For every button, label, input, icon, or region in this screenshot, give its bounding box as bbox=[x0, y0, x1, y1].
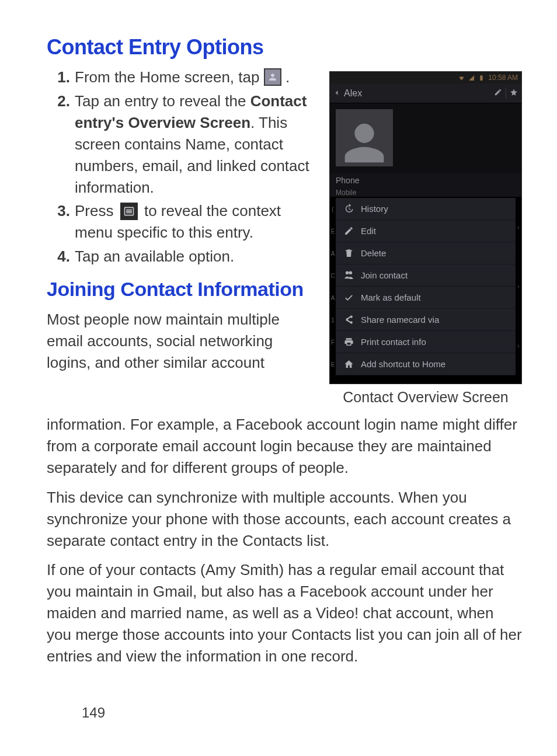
svg-rect-1 bbox=[126, 209, 132, 210]
history-icon bbox=[344, 204, 354, 214]
section-mobile-label: Mobile bbox=[330, 187, 521, 197]
svg-rect-2 bbox=[126, 211, 132, 212]
menu-item-share[interactable]: Share namecard via bbox=[336, 309, 516, 331]
step-2: 2. Tap an entry to reveal the Contact en… bbox=[75, 90, 312, 198]
step-3-text-pre: Press bbox=[75, 202, 118, 220]
step-1-number: 1. bbox=[47, 67, 70, 88]
delete-icon bbox=[344, 248, 354, 258]
menu-item-share-label: Share namecard via bbox=[361, 315, 439, 325]
wifi-icon bbox=[458, 75, 465, 81]
joining-paragraph-2: This device can synchronize with multipl… bbox=[47, 487, 522, 552]
avatar-area bbox=[330, 103, 521, 173]
joining-paragraph-left: Most people now maintain multiple email … bbox=[47, 309, 312, 374]
favorite-star-icon[interactable] bbox=[510, 88, 518, 99]
heading-joining-contact-information: Joining Contact Information bbox=[47, 278, 312, 301]
index-letters-right: ››› bbox=[516, 198, 521, 375]
share-icon bbox=[344, 315, 354, 325]
menu-item-print-label: Print contact info bbox=[361, 337, 426, 347]
screenshot-caption: Contact Overview Screen bbox=[329, 389, 522, 406]
status-time: 10:58 AM bbox=[488, 74, 518, 82]
step-4: 4. Tap an available option. bbox=[75, 246, 312, 267]
menu-item-join-label: Join contact bbox=[361, 270, 408, 280]
index-letters-left: (EACA1FE bbox=[330, 198, 336, 375]
step-1-text-post: . bbox=[286, 68, 290, 86]
menu-item-print[interactable]: Print contact info bbox=[336, 331, 516, 353]
menu-item-join[interactable]: Join contact bbox=[336, 264, 516, 287]
contact-name-title: Alex bbox=[344, 88, 490, 99]
heading-contact-entry-options: Contact Entry Options bbox=[47, 35, 522, 60]
joining-paragraph-1: information. For example, a Facebook acc… bbox=[47, 414, 522, 479]
signal-icon bbox=[468, 75, 475, 81]
home-icon bbox=[344, 359, 354, 369]
title-bar: Alex bbox=[330, 83, 521, 103]
menu-button-icon bbox=[120, 203, 138, 220]
phone-screenshot: 10:58 AM Alex Phone Mobile (EACA1FE ››› bbox=[329, 71, 522, 384]
menu-item-edit-label: Edit bbox=[361, 226, 376, 236]
edit-icon bbox=[344, 226, 354, 236]
step-2-number: 2. bbox=[47, 90, 70, 112]
print-icon bbox=[344, 337, 354, 347]
step-4-text: Tap an available option. bbox=[75, 248, 234, 265]
menu-item-shortcut[interactable]: Add shortcut to Home bbox=[336, 353, 516, 375]
menu-item-delete[interactable]: Delete bbox=[336, 242, 516, 264]
edit-title-icon[interactable] bbox=[494, 88, 502, 99]
menu-item-shortcut-label: Add shortcut to Home bbox=[361, 359, 445, 369]
menu-item-delete-label: Delete bbox=[361, 248, 386, 258]
contacts-app-icon bbox=[264, 68, 281, 86]
battery-icon bbox=[478, 75, 485, 81]
avatar-placeholder bbox=[336, 109, 393, 166]
status-bar: 10:58 AM bbox=[330, 72, 521, 83]
menu-item-mark-default[interactable]: Mark as default bbox=[336, 287, 516, 309]
svg-rect-3 bbox=[126, 212, 132, 213]
context-menu: (EACA1FE ››› History Edit Delete Join co… bbox=[336, 198, 516, 375]
join-icon bbox=[344, 270, 354, 280]
menu-item-edit[interactable]: Edit bbox=[336, 220, 516, 242]
step-4-number: 4. bbox=[47, 246, 70, 267]
page-number: 149 bbox=[82, 705, 105, 721]
step-3: 3. Press to reveal the context menu spec… bbox=[75, 200, 312, 243]
back-button[interactable] bbox=[333, 88, 340, 99]
title-divider bbox=[506, 88, 506, 99]
joining-paragraph-3: If one of your contacts (Amy Smith) has … bbox=[47, 559, 522, 667]
menu-item-mark-label: Mark as default bbox=[361, 292, 421, 302]
step-2-text-pre: Tap an entry to reveal the bbox=[75, 92, 250, 110]
menu-item-history[interactable]: History bbox=[336, 198, 516, 220]
step-1-text-pre: From the Home screen, tap bbox=[75, 68, 264, 86]
step-1: 1. From the Home screen, tap . bbox=[75, 67, 312, 88]
step-3-number: 3. bbox=[47, 200, 70, 222]
menu-item-history-label: History bbox=[361, 204, 388, 214]
check-icon bbox=[344, 292, 354, 302]
section-phone-label: Phone bbox=[330, 173, 521, 187]
